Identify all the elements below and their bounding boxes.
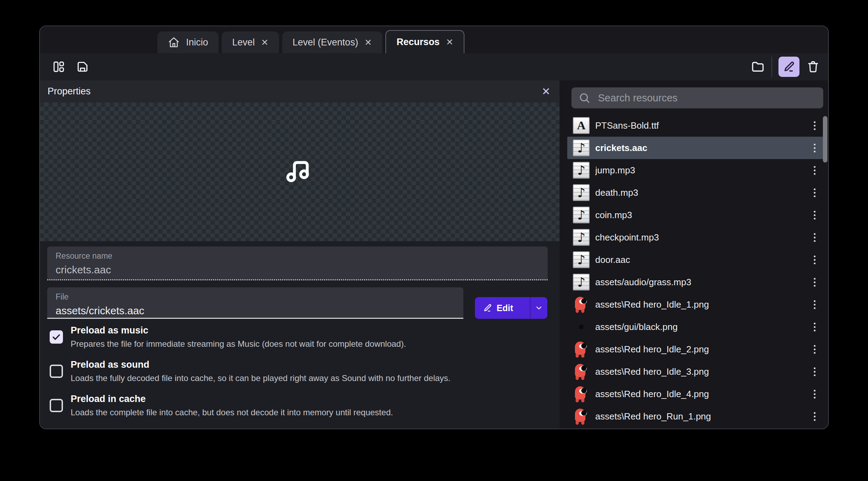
audio-file-icon: ♪	[573, 162, 590, 179]
checkbox-description: Loads the fully decoded file into cache,…	[71, 373, 450, 383]
tab-label: Level	[232, 37, 255, 48]
kebab-menu-icon[interactable]	[812, 142, 817, 154]
app-window: Inicio Level ✕ Level (Eventos) ✕ Recurso…	[39, 26, 829, 429]
tab-recursos[interactable]: Recursos ✕	[385, 30, 464, 53]
audio-file-icon: ♪	[573, 229, 590, 246]
check-icon	[51, 332, 61, 342]
resource-name: assets\Red hero_Idle_4.png	[595, 389, 807, 400]
resource-row[interactable]: A ♪ assets\Red hero_Idle_3.png	[567, 360, 825, 383]
resource-name: death.mp3	[595, 187, 807, 198]
resource-row[interactable]: A ♪ assets\Red hero_Idle_4.png	[567, 383, 825, 405]
close-icon[interactable]: ✕	[364, 38, 372, 47]
tabs: Inicio Level ✕ Level (Eventos) ✕ Recurso…	[157, 30, 464, 53]
layout-panels-icon[interactable]	[51, 59, 66, 74]
resource-row[interactable]: A ♪ assets\Red hero_Run_1.png	[567, 405, 825, 428]
resource-name-label: Resource name	[56, 251, 548, 261]
pencil-icon	[782, 60, 796, 73]
trash-icon[interactable]	[806, 59, 820, 74]
kebab-menu-icon[interactable]	[812, 366, 817, 378]
resource-row[interactable]: A ♪ PTSans-Bold.ttf	[567, 114, 825, 137]
resource-name: assets/audio/grass.mp3	[595, 277, 807, 288]
font-file-icon: A	[573, 117, 590, 134]
audio-file-icon: ♪	[573, 251, 590, 268]
resource-name: door.aac	[595, 254, 807, 265]
edit-mode-toggle[interactable]	[778, 57, 799, 77]
resource-list: A ♪ PTSans-Bold.ttf A ♪ crickets.aac A ♪…	[567, 114, 825, 428]
audio-file-icon: ♪	[573, 139, 590, 156]
preload-checkbox[interactable]	[50, 330, 63, 344]
properties-panel: Properties ✕ Resource name crickets.aac …	[40, 80, 560, 429]
kebab-menu-icon[interactable]	[812, 344, 817, 355]
close-icon[interactable]: ✕	[446, 38, 453, 46]
properties-title: Properties	[48, 86, 91, 97]
preload-checkbox[interactable]	[50, 399, 63, 412]
resource-name: checkpoint.mp3	[595, 232, 807, 243]
close-icon[interactable]: ✕	[261, 38, 269, 47]
folder-icon[interactable]	[750, 59, 765, 74]
kebab-menu-icon[interactable]	[812, 277, 817, 288]
red-hero-sprite-icon	[573, 363, 590, 380]
tab-label: Level (Eventos)	[293, 37, 358, 48]
save-icon[interactable]	[75, 59, 90, 74]
edit-dropdown-button[interactable]	[531, 297, 547, 319]
resources-panel: A ♪ PTSans-Bold.ttf A ♪ crickets.aac A ♪…	[560, 80, 829, 429]
audio-file-icon: ♪	[573, 207, 590, 223]
preload-music-option: Preload as music Prepares the file for i…	[50, 325, 406, 349]
kebab-menu-icon[interactable]	[812, 321, 817, 333]
close-icon[interactable]: ✕	[542, 85, 550, 98]
resource-row[interactable]: A ♪ death.mp3	[567, 181, 825, 204]
file-value: assets/crickets.aac	[56, 305, 463, 317]
search-icon	[578, 92, 590, 104]
resource-name: crickets.aac	[595, 143, 807, 153]
chevron-down-icon	[535, 304, 543, 312]
resource-row[interactable]: A ♪ assets/audio/grass.mp3	[567, 271, 825, 293]
resource-name: assets\Red hero_Idle_3.png	[595, 366, 807, 377]
red-hero-sprite-icon	[573, 386, 590, 402]
resource-row[interactable]: A ♪ coin.mp3	[567, 204, 825, 226]
preload-sound-option: Preload as sound Loads the fully decoded…	[50, 359, 450, 383]
checkbox-description: Prepares the file for immediate streamin…	[71, 339, 406, 349]
resource-name: assets/gui/black.png	[595, 322, 807, 332]
divider	[771, 57, 772, 77]
tab-label: Recursos	[397, 37, 440, 48]
resource-row[interactable]: A ♪ crickets.aac	[567, 137, 825, 159]
preload-cache-option: Preload in cache Loads the complete file…	[50, 394, 393, 417]
kebab-menu-icon[interactable]	[812, 232, 817, 243]
resource-preview	[40, 102, 560, 241]
audio-file-icon: ♪	[573, 274, 590, 290]
edit-button[interactable]: Edit	[475, 303, 530, 313]
tab-level-eventos[interactable]: Level (Eventos) ✕	[282, 31, 383, 53]
file-field[interactable]: File assets/crickets.aac	[47, 287, 463, 319]
black-image-icon	[573, 318, 590, 335]
kebab-menu-icon[interactable]	[812, 120, 817, 131]
file-label: File	[56, 292, 463, 302]
resource-row[interactable]: A ♪ checkpoint.mp3	[567, 226, 825, 249]
tab-level[interactable]: Level ✕	[222, 31, 279, 53]
tab-bar: Inicio Level ✕ Level (Eventos) ✕ Recurso…	[40, 26, 828, 53]
resource-row[interactable]: A ♪ assets\Red hero_Idle_2.png	[567, 338, 825, 360]
search-input[interactable]	[598, 92, 816, 104]
resource-name: coin.mp3	[595, 210, 807, 221]
search-box	[571, 87, 823, 108]
scrollbar[interactable]	[823, 116, 827, 163]
resource-row[interactable]: A ♪ door.aac	[567, 249, 825, 271]
kebab-menu-icon[interactable]	[812, 299, 817, 310]
kebab-menu-icon[interactable]	[812, 254, 817, 266]
tab-inicio[interactable]: Inicio	[157, 31, 219, 53]
toolbar: Preview Publish	[40, 53, 828, 80]
resource-name: jump.mp3	[595, 165, 807, 176]
resource-name-field[interactable]: Resource name crickets.aac	[47, 246, 548, 280]
tab-label: Inicio	[186, 37, 208, 48]
resource-row[interactable]: A ♪ assets/gui/black.png	[567, 316, 825, 338]
red-hero-sprite-icon	[573, 296, 590, 313]
preload-checkbox[interactable]	[50, 365, 63, 378]
kebab-menu-icon[interactable]	[812, 411, 817, 422]
resource-name: assets\Red hero_Run_1.png	[595, 411, 807, 422]
kebab-menu-icon[interactable]	[812, 209, 817, 221]
resource-row[interactable]: A ♪ jump.mp3	[567, 159, 825, 181]
home-icon	[168, 36, 180, 48]
kebab-menu-icon[interactable]	[812, 388, 817, 400]
resource-row[interactable]: A ♪ assets\Red hero_Idle_1.png	[567, 293, 825, 316]
kebab-menu-icon[interactable]	[812, 165, 817, 176]
kebab-menu-icon[interactable]	[812, 187, 817, 199]
